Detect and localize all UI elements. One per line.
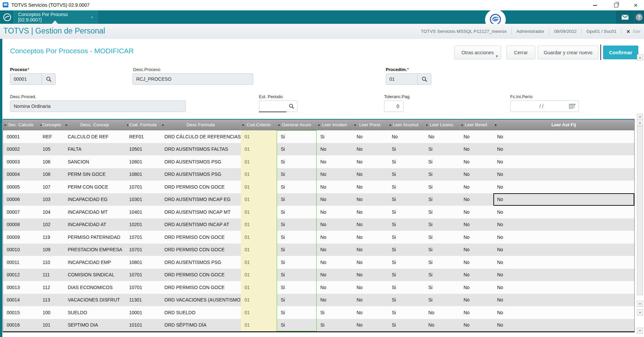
grid-cell[interactable]: 01: [241, 143, 277, 156]
grid-cell[interactable]: Si: [425, 281, 460, 294]
grid-cell[interactable]: No: [460, 306, 493, 319]
grid-cell[interactable]: 00005: [3, 181, 39, 193]
grid-cell[interactable]: 11301: [125, 294, 161, 307]
grid-cell[interactable]: SEPTIMO DIA: [64, 319, 125, 332]
form-scroll-down-button[interactable]: ▼: [637, 114, 643, 120]
grid-cell[interactable]: 00003: [3, 155, 39, 168]
grid-cell[interactable]: No: [493, 155, 634, 168]
grid-cell[interactable]: SANCION: [64, 155, 125, 168]
grid-cell[interactable]: 10701: [125, 181, 161, 193]
grid-cell[interactable]: Si: [277, 181, 317, 193]
grid-cell[interactable]: No: [460, 231, 493, 244]
grid-cell[interactable]: PERM SIN GOCE: [64, 168, 125, 181]
grid-cell[interactable]: Si: [317, 306, 353, 319]
grid-cell[interactable]: 00002: [3, 143, 39, 156]
minimize-button[interactable]: [587, 0, 603, 10]
grid-cell[interactable]: No: [425, 130, 460, 143]
grid-cell[interactable]: Si: [425, 143, 460, 156]
grid-cell[interactable]: 01: [241, 181, 277, 193]
grid-cell[interactable]: 10801: [125, 155, 161, 168]
grid-cell[interactable]: SUELDO: [64, 306, 125, 319]
grid-cell[interactable]: No: [493, 294, 634, 307]
grid-cell[interactable]: No: [460, 130, 493, 143]
grid-cell[interactable]: ORD SUELDO: [161, 306, 241, 319]
column-header[interactable]: ▸Leer Benef.: [460, 120, 493, 130]
grid-cell[interactable]: Si: [277, 306, 317, 319]
grid-cell[interactable]: No: [493, 218, 634, 231]
procedim-search-button[interactable]: [417, 74, 431, 84]
column-header[interactable]: ▸Desc Formula: [161, 120, 241, 130]
grid-cell[interactable]: 10701: [125, 281, 161, 294]
grid-cell[interactable]: No: [317, 168, 353, 181]
grid-cell[interactable]: Si: [277, 193, 317, 206]
grid-cell[interactable]: Si: [425, 244, 460, 256]
column-header[interactable]: ▸Cod.Criterio: [241, 120, 277, 130]
grid-cell[interactable]: No: [388, 130, 425, 143]
grid-cell[interactable]: Si: [425, 181, 460, 193]
grid-cell[interactable]: Si: [317, 319, 353, 332]
page-scroll-down-button[interactable]: ▼: [637, 328, 643, 334]
grid-cell[interactable]: 111: [39, 269, 64, 281]
grid-cell[interactable]: 104: [39, 206, 64, 218]
procedim-field[interactable]: 01: [386, 73, 431, 85]
grid-cell[interactable]: 108: [39, 168, 64, 181]
grid-cell[interactable]: Si: [388, 281, 425, 294]
grid-cell[interactable]: No: [353, 143, 388, 156]
grid-cell[interactable]: Si: [317, 130, 353, 143]
grid-cell[interactable]: 110: [39, 256, 64, 269]
grid-cell[interactable]: No: [460, 155, 493, 168]
grid-cell[interactable]: ORD AUSENTISMO INCAP AT: [161, 218, 241, 231]
desc-proced-field[interactable]: Nomina Ordinaria: [10, 100, 186, 112]
grid-cell[interactable]: ORD SÉPTIMO DÍA: [161, 319, 241, 332]
grid-cell[interactable]: Si: [388, 319, 425, 332]
proceso-field[interactable]: 00001: [10, 73, 56, 85]
grid-cell[interactable]: No: [317, 231, 353, 244]
grid-cell[interactable]: 00010: [3, 244, 39, 256]
grid-cell[interactable]: ORD AUSENTISMOS PSG: [161, 256, 241, 269]
grid-cell[interactable]: 01: [241, 206, 277, 218]
grid-cell[interactable]: No: [493, 181, 634, 193]
grid-cell[interactable]: No: [353, 244, 388, 256]
grid-cell[interactable]: Si: [425, 155, 460, 168]
grid-cell[interactable]: ORD PERMISO CON GOCE: [161, 231, 241, 244]
grid-cell[interactable]: No: [460, 319, 493, 332]
grid-cell[interactable]: Si: [388, 256, 425, 269]
column-header[interactable]: ▸Leer Ast Fij: [493, 120, 634, 130]
grid-cell[interactable]: 00014: [3, 294, 39, 307]
grid-cell[interactable]: Si: [388, 168, 425, 181]
grid-cell[interactable]: No: [460, 256, 493, 269]
grid-cell[interactable]: No: [460, 269, 493, 281]
column-header[interactable]: ▸Leer Licenc.: [425, 120, 460, 130]
grid-cell[interactable]: No: [353, 218, 388, 231]
grid-cell[interactable]: No: [353, 231, 388, 244]
grid-cell[interactable]: No: [493, 256, 634, 269]
grid-cell[interactable]: No: [317, 218, 353, 231]
grid-cell[interactable]: Si: [388, 143, 425, 156]
grid-cell[interactable]: 00013: [3, 281, 39, 294]
grid-cell[interactable]: No: [460, 193, 493, 206]
grid-scroll-up-button[interactable]: ▲: [637, 120, 643, 126]
grid-cell[interactable]: No: [353, 168, 388, 181]
close-window-button[interactable]: ✕: [627, 0, 644, 10]
grid-cell[interactable]: 101: [39, 319, 64, 332]
grid-cell[interactable]: 109: [39, 244, 64, 256]
grid-cell[interactable]: Si: [388, 244, 425, 256]
grid-cell[interactable]: No: [460, 281, 493, 294]
grid-cell[interactable]: Si: [388, 218, 425, 231]
grid-cell[interactable]: No: [353, 306, 388, 319]
column-header[interactable]: ▸Sec. Calculo: [3, 120, 39, 130]
grid-cell[interactable]: Si: [388, 155, 425, 168]
grid-cell[interactable]: No: [460, 181, 493, 193]
grid-cell[interactable]: Si: [425, 294, 460, 307]
grid-cell[interactable]: 10401: [125, 206, 161, 218]
grid-cell[interactable]: 01: [241, 193, 277, 206]
grid-cell[interactable]: No: [460, 206, 493, 218]
grid-cell[interactable]: No: [353, 269, 388, 281]
grid-cell[interactable]: ORD AUSENTISMOS PSG: [161, 168, 241, 181]
grid-cell[interactable]: FALTA: [64, 143, 125, 156]
grid-cell[interactable]: Si: [277, 168, 317, 181]
grid-cell[interactable]: Si: [425, 193, 460, 206]
grid-cell[interactable]: Si: [388, 294, 425, 307]
grid-cell[interactable]: Si: [277, 143, 317, 156]
grid-cell[interactable]: 01: [241, 256, 277, 269]
